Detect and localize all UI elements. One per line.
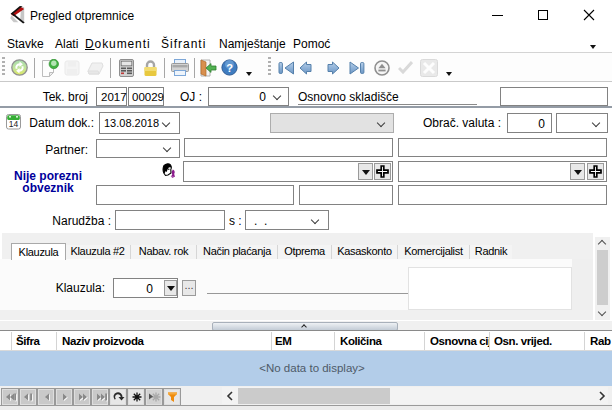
svg-text:?: ? xyxy=(226,62,233,74)
